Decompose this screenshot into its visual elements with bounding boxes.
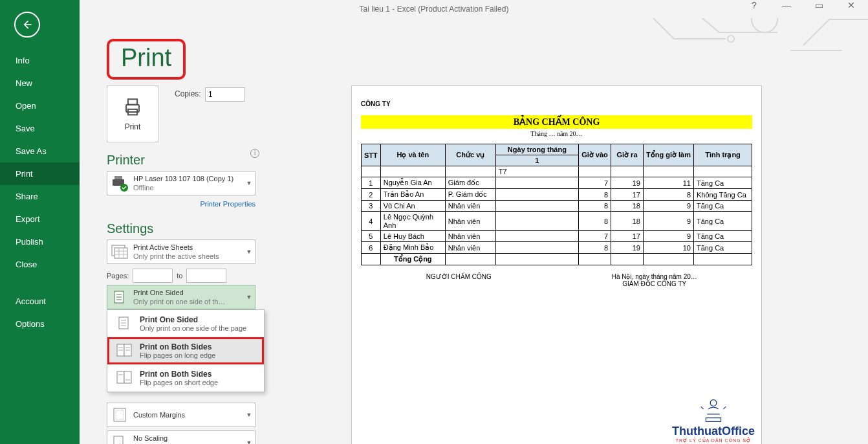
printer-section-heading: Printer	[107, 153, 145, 168]
back-button[interactable]	[14, 12, 40, 38]
margins-selector[interactable]: Custom Margins ▼	[107, 403, 255, 427]
title-bar: Tai lieu 1 - Excel (Product Activation F…	[0, 0, 868, 18]
margins-icon	[110, 406, 129, 424]
nav-save-as[interactable]: Save As	[0, 140, 80, 162]
dd-both-long[interactable]: Print on Both SidesFlip pages on long ed…	[107, 337, 264, 364]
printer-info-icon[interactable]: i	[250, 149, 259, 158]
chevron-down-icon: ▼	[246, 294, 252, 300]
table-row: 2Trần Bảo AnP. Giám đốc8178Không Tăng Ca	[362, 189, 752, 201]
print-preview: CÔNG TY BẢNG CHẤM CÔNG Tháng … năm 20… S…	[351, 85, 762, 444]
nav-close[interactable]: Close	[0, 253, 80, 276]
dd-both-short[interactable]: Print on Both SidesFlip pages on short e…	[107, 364, 264, 392]
svg-rect-6	[114, 176, 122, 179]
preview-company: CÔNG TY	[361, 100, 752, 107]
nav-save[interactable]: Save	[0, 117, 80, 140]
dd-one-sided[interactable]: Print One SidedOnly print on one side of…	[107, 310, 264, 337]
table-row: 3Vũ Chi AnNhân viên8189Tăng Ca	[362, 201, 752, 212]
printer-name: HP Laser 103 107 108 (Copy 1)	[133, 174, 246, 183]
preview-footer: NGƯỜI CHẤM CÔNG Hà Nội, ngày tháng năm 2…	[361, 273, 752, 287]
table-row: 4Lê Ngọc Quỳnh AnhNhân viên8189Tăng Ca	[362, 212, 752, 231]
nav-export[interactable]: Export	[0, 208, 80, 230]
printer-selector[interactable]: HP Laser 103 107 108 (Copy 1) Offline ▼	[107, 171, 255, 195]
pages-label: Pages:	[107, 272, 129, 280]
nav-share[interactable]: Share	[0, 185, 80, 208]
chevron-down-icon: ▼	[246, 439, 252, 444]
page-both-short-icon	[113, 368, 136, 388]
restore-button[interactable]: ▭	[810, 0, 828, 10]
print-pane: Print Print Copies: Printer i HP Laser 1…	[80, 18, 868, 444]
page-title: Print	[107, 39, 186, 80]
print-what-sub: Only print the active sheets	[133, 252, 246, 261]
print-button[interactable]: Print	[107, 85, 158, 142]
chevron-down-icon: ▼	[246, 180, 252, 186]
sheets-icon	[110, 243, 129, 261]
chevron-down-icon: ▼	[246, 249, 252, 255]
printer-status: Offline	[133, 183, 246, 192]
nav-print[interactable]: Print	[0, 162, 80, 185]
preview-banner: BẢNG CHẤM CÔNG	[361, 115, 752, 129]
nav-info[interactable]: Info	[0, 49, 80, 72]
page-range: Pages: to	[107, 269, 255, 283]
minimize-button[interactable]: —	[777, 0, 796, 10]
chevron-down-icon: ▼	[246, 412, 252, 418]
help-button[interactable]: ?	[745, 0, 763, 10]
page-both-long-icon	[113, 341, 136, 361]
print-what-title: Print Active Sheets	[133, 243, 246, 252]
print-button-label: Print	[125, 122, 141, 131]
sided-dropdown: Print One SidedOnly print on one side of…	[107, 309, 265, 392]
window-controls: ? — ▭ ✕	[745, 0, 868, 10]
sided-selector[interactable]: Print One Sided Only print on one side o…	[107, 285, 255, 309]
page-icon	[110, 288, 129, 306]
pages-from-input[interactable]	[133, 269, 173, 283]
svg-point-35	[710, 400, 717, 406]
nav-account[interactable]: Account	[0, 290, 80, 313]
watermark: ThuthuatOffice TRỢ LÝ CỦA DÂN CÔNG SỞ	[672, 396, 755, 443]
svg-rect-9	[114, 248, 127, 258]
print-what-selector[interactable]: Print Active Sheets Only print the activ…	[107, 239, 255, 264]
sided-sub: Only print on one side of th…	[133, 297, 246, 306]
svg-rect-34	[114, 436, 123, 444]
svg-rect-28	[117, 372, 124, 383]
settings-section-heading: Settings	[107, 221, 153, 236]
nav-new[interactable]: New	[0, 72, 80, 94]
printer-status-icon	[110, 173, 129, 193]
nav-options[interactable]: Options	[0, 313, 80, 335]
page-single-icon	[113, 314, 136, 333]
preview-table: STT Họ và tên Chức vụ Ngày trong tháng G…	[361, 144, 752, 265]
table-row: 5Lê Huy BáchNhân viên7179Tăng Ca	[362, 231, 752, 242]
backstage-nav: Info New Open Save Save As Print Share E…	[0, 0, 80, 444]
table-row: 1Nguyễn Gia AnGiám đốc71911Tăng Ca	[362, 177, 752, 189]
scaling-selector[interactable]: No ScalingPrint sheets at their actual s…	[107, 430, 255, 444]
scaling-icon	[110, 434, 129, 444]
printer-icon	[122, 96, 144, 118]
window-title: Tai lieu 1 - Excel (Product Activation F…	[360, 5, 509, 14]
pages-to-input[interactable]	[186, 269, 226, 283]
copies-label: Copies:	[175, 89, 201, 98]
svg-rect-3	[128, 99, 137, 105]
nav-publish[interactable]: Publish	[0, 230, 80, 253]
close-button[interactable]: ✕	[842, 0, 860, 10]
pages-to-label: to	[177, 272, 182, 280]
copies-input[interactable]	[205, 87, 245, 102]
svg-rect-29	[124, 372, 131, 383]
printer-properties-link[interactable]: Printer Properties	[107, 200, 255, 208]
table-row: 6Đặng Minh BảoNhân viên81910Tăng Ca	[362, 242, 752, 254]
preview-sub: Tháng … năm 20…	[361, 130, 752, 137]
sided-title: Print One Sided	[133, 288, 246, 297]
nav-open[interactable]: Open	[0, 94, 80, 117]
